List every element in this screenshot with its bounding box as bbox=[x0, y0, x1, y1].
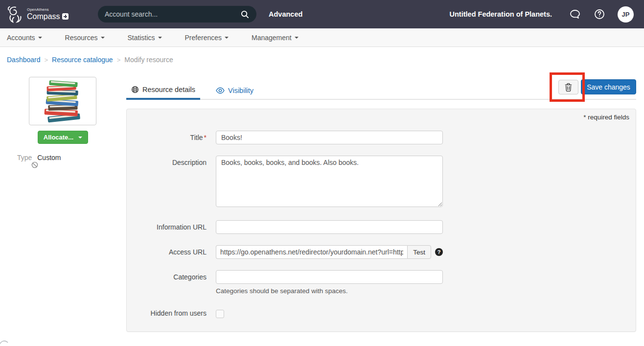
type-label: Type bbox=[17, 154, 32, 161]
categories-help-text: Categories should be separated with spac… bbox=[216, 287, 443, 295]
nav-item-preferences[interactable]: Preferences bbox=[185, 34, 229, 42]
nav-item-management[interactable]: Management bbox=[252, 34, 299, 42]
help-icon[interactable] bbox=[593, 8, 606, 21]
nav-resources-label: Resources bbox=[65, 34, 98, 42]
allocate-button-label: Allocate... bbox=[44, 134, 73, 141]
nav-statistics-label: Statistics bbox=[128, 34, 155, 42]
chevron-down-icon bbox=[101, 37, 105, 39]
access-url-row: Access URL Test ? bbox=[127, 245, 636, 259]
title-label-text: Title bbox=[190, 134, 203, 141]
title-input[interactable] bbox=[216, 131, 443, 144]
account-search-box[interactable] bbox=[98, 6, 256, 23]
information-url-input[interactable] bbox=[216, 220, 443, 234]
nav-item-resources[interactable]: Resources bbox=[65, 34, 105, 42]
brand-text: OpenAthens Compass bbox=[27, 8, 69, 21]
delete-resource-button[interactable] bbox=[558, 80, 578, 94]
stack-of-books-image bbox=[38, 80, 87, 123]
chevron-down-icon bbox=[158, 37, 162, 39]
brand-logo[interactable]: OpenAthens Compass bbox=[6, 4, 69, 24]
question-badge-icon[interactable]: ? bbox=[435, 248, 443, 256]
openathens-swirl-icon bbox=[6, 4, 25, 24]
breadcrumb-resource-catalogue-link[interactable]: Resource catalogue bbox=[52, 56, 113, 64]
information-url-label: Information URL bbox=[127, 220, 216, 234]
main-navigation: Accounts Resources Statistics Preference… bbox=[0, 28, 644, 47]
description-row: Description Books, books, books, and boo… bbox=[127, 156, 636, 209]
tab-visibility[interactable]: Visibility bbox=[211, 81, 258, 100]
footer-logo-partial bbox=[0, 337, 10, 346]
allocate-button[interactable]: Allocate... bbox=[38, 131, 88, 144]
eye-icon bbox=[216, 87, 225, 94]
account-search-input[interactable] bbox=[105, 10, 240, 18]
chat-icon[interactable] bbox=[569, 8, 581, 21]
nav-item-statistics[interactable]: Statistics bbox=[128, 34, 162, 42]
required-asterisk: * bbox=[204, 134, 207, 141]
description-textarea[interactable]: Books, books, books, and books. Also boo… bbox=[216, 156, 443, 207]
search-icon[interactable] bbox=[240, 9, 250, 19]
tab-resource-details[interactable]: Resource details bbox=[126, 81, 200, 100]
brand-compass-label: Compass bbox=[27, 13, 60, 21]
header-right-group: Untitled Federation of Planets. JP bbox=[450, 6, 634, 23]
description-label: Description bbox=[127, 156, 216, 209]
categories-label: Categories bbox=[127, 270, 216, 295]
prohibited-icon bbox=[31, 161, 38, 168]
globe-icon bbox=[131, 86, 139, 93]
nav-item-accounts[interactable]: Accounts bbox=[7, 34, 42, 42]
breadcrumb-current-page: Modify resource bbox=[124, 56, 173, 64]
breadcrumb-separator-icon: > bbox=[45, 56, 48, 64]
title-label: Title* bbox=[127, 131, 216, 144]
tab-resource-details-label: Resource details bbox=[142, 86, 195, 93]
resource-details-panel: * required fields Title* Description Boo… bbox=[126, 109, 636, 332]
title-row: Title* bbox=[127, 131, 636, 144]
tab-visibility-label: Visibility bbox=[228, 87, 253, 94]
advanced-search-link[interactable]: Advanced bbox=[269, 0, 302, 28]
trash-icon bbox=[565, 83, 572, 92]
nav-management-label: Management bbox=[252, 34, 292, 42]
breadcrumb: Dashboard > Resource catalogue > Modify … bbox=[7, 56, 173, 64]
access-url-label: Access URL bbox=[127, 245, 216, 259]
breadcrumb-dashboard-link[interactable]: Dashboard bbox=[7, 56, 41, 64]
chevron-down-icon bbox=[225, 37, 229, 39]
resource-type-row: Type Custom bbox=[17, 154, 61, 161]
categories-row: Categories Categories should be separate… bbox=[127, 270, 636, 295]
top-header-bar: OpenAthens Compass Advanced Untitled Fed… bbox=[0, 0, 644, 28]
resource-thumbnail-box bbox=[29, 77, 96, 125]
information-url-row: Information URL bbox=[127, 220, 636, 234]
type-value: Custom bbox=[37, 154, 61, 161]
chevron-down-icon bbox=[38, 37, 42, 39]
save-changes-button[interactable]: Save changes bbox=[581, 79, 636, 94]
user-avatar[interactable]: JP bbox=[618, 6, 634, 23]
hidden-from-users-label: Hidden from users bbox=[127, 308, 216, 320]
breadcrumb-separator-icon: > bbox=[117, 56, 121, 64]
categories-input[interactable] bbox=[216, 270, 443, 284]
chevron-down-icon bbox=[295, 37, 299, 39]
required-fields-note: * required fields bbox=[583, 114, 629, 121]
nav-accounts-label: Accounts bbox=[7, 34, 35, 42]
brand-openathens-label: OpenAthens bbox=[27, 8, 69, 12]
nav-preferences-label: Preferences bbox=[185, 34, 222, 42]
access-url-input[interactable] bbox=[216, 245, 407, 259]
plus-badge-icon bbox=[62, 13, 69, 20]
chevron-down-icon bbox=[78, 137, 82, 138]
hidden-from-users-row: Hidden from users bbox=[127, 308, 636, 320]
hidden-from-users-checkbox[interactable] bbox=[216, 310, 224, 318]
organisation-name: Untitled Federation of Planets. bbox=[450, 10, 552, 18]
test-url-button[interactable]: Test bbox=[407, 245, 431, 259]
